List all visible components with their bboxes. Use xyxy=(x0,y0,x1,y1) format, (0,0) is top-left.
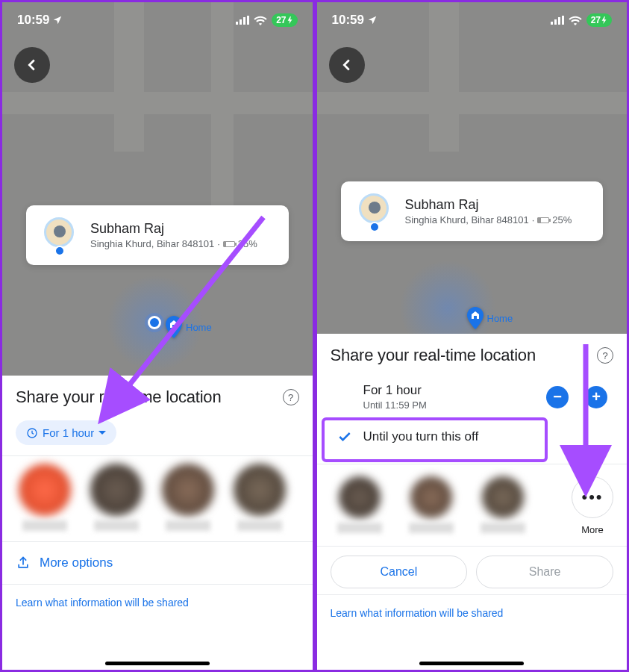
minus-button[interactable]: − xyxy=(546,386,569,408)
back-button[interactable] xyxy=(14,47,50,83)
help-icon[interactable]: ? xyxy=(597,347,613,364)
cell-signal-icon xyxy=(551,16,564,25)
learn-link[interactable]: Learn what information will be shared xyxy=(317,594,628,638)
home-pin-icon xyxy=(466,307,484,329)
person-name: Subham Raj xyxy=(405,197,572,213)
svg-rect-2 xyxy=(243,17,245,25)
svg-rect-0 xyxy=(236,22,238,25)
share-button[interactable]: Share xyxy=(476,556,613,588)
home-pin-icon xyxy=(165,316,183,338)
person-location-card[interactable]: Subham Raj Singhia Khurd, Bihar 848101 ·… xyxy=(341,181,604,241)
option-for-1-hour[interactable]: For 1 hour Until 11:59 PM − + xyxy=(331,374,614,420)
battery-mini-icon xyxy=(223,241,235,247)
right-screenshot: 10:59 27 Subham Raj Singhia Khurd, Bihar… xyxy=(315,0,630,672)
home-indicator[interactable] xyxy=(419,662,524,665)
person-address: Singhia Khurd, Bihar 848101 · 25% xyxy=(405,214,572,225)
contact-item[interactable] xyxy=(87,464,145,531)
battery-indicator: 27 xyxy=(586,13,612,27)
back-button[interactable] xyxy=(329,47,365,83)
home-pin[interactable]: Home xyxy=(466,307,513,329)
battery-mini-icon xyxy=(537,217,549,223)
learn-link[interactable]: Learn what information will be shared xyxy=(2,584,313,631)
person-name: Subham Raj xyxy=(90,221,257,237)
wifi-icon xyxy=(569,16,582,25)
person-location-card[interactable]: Subham Raj Singhia Khurd, Bihar 848101 ·… xyxy=(26,205,289,265)
duration-options: For 1 hour Until 11:59 PM − + Until you … xyxy=(317,374,628,464)
status-time: 10:59 xyxy=(17,13,49,28)
sheet-title: Share your real-time location xyxy=(331,346,536,365)
contact-item[interactable] xyxy=(331,476,389,533)
check-icon xyxy=(337,429,352,444)
person-address: Singhia Khurd, Bihar 848101 · 25% xyxy=(90,238,257,249)
sheet-title: Share your real-time location xyxy=(16,388,221,407)
chevron-left-icon xyxy=(24,57,40,73)
contacts-row xyxy=(2,455,313,541)
more-options-button[interactable]: More options xyxy=(2,541,313,584)
home-pin[interactable]: Home xyxy=(165,316,212,338)
help-icon[interactable]: ? xyxy=(283,389,299,405)
share-sheet: Share your real-time location ? For 1 ho… xyxy=(317,334,628,670)
status-bar: 10:59 27 xyxy=(2,2,313,38)
person-avatar xyxy=(38,214,80,256)
caret-down-icon xyxy=(98,429,106,437)
location-arrow-icon xyxy=(367,15,378,25)
status-bar: 10:59 27 xyxy=(317,2,628,38)
home-indicator[interactable] xyxy=(105,662,210,665)
clock-icon xyxy=(26,427,38,439)
more-button[interactable]: ••• xyxy=(572,476,613,518)
battery-indicator: 27 xyxy=(272,13,297,27)
duration-chip[interactable]: For 1 hour xyxy=(16,420,116,445)
share-icon xyxy=(16,556,31,570)
chevron-left-icon xyxy=(339,57,355,73)
contact-item[interactable] xyxy=(231,464,289,531)
left-screenshot: 10:59 27 Subham Raj Singhia Khurd, Bihar… xyxy=(0,0,315,672)
svg-rect-6 xyxy=(551,22,553,25)
svg-rect-8 xyxy=(558,17,560,25)
contact-item[interactable] xyxy=(159,464,217,531)
contacts-row: ••• More xyxy=(317,464,628,546)
current-location-dot xyxy=(148,316,161,329)
location-arrow-icon xyxy=(52,15,63,25)
option-until-off[interactable]: Until you turn this off xyxy=(331,420,614,453)
person-avatar xyxy=(353,190,395,232)
wifi-icon xyxy=(254,16,267,25)
svg-rect-9 xyxy=(562,16,564,25)
share-sheet: Share your real-time location ? For 1 ho… xyxy=(2,376,313,670)
cancel-button[interactable]: Cancel xyxy=(331,556,468,588)
contact-item[interactable] xyxy=(402,476,460,533)
contact-item[interactable] xyxy=(16,464,74,531)
svg-rect-1 xyxy=(240,19,242,25)
plus-button[interactable]: + xyxy=(585,386,607,408)
cell-signal-icon xyxy=(236,16,249,25)
contact-item[interactable] xyxy=(474,476,532,533)
status-time: 10:59 xyxy=(332,13,364,28)
svg-rect-7 xyxy=(554,19,557,25)
svg-rect-3 xyxy=(247,16,249,25)
